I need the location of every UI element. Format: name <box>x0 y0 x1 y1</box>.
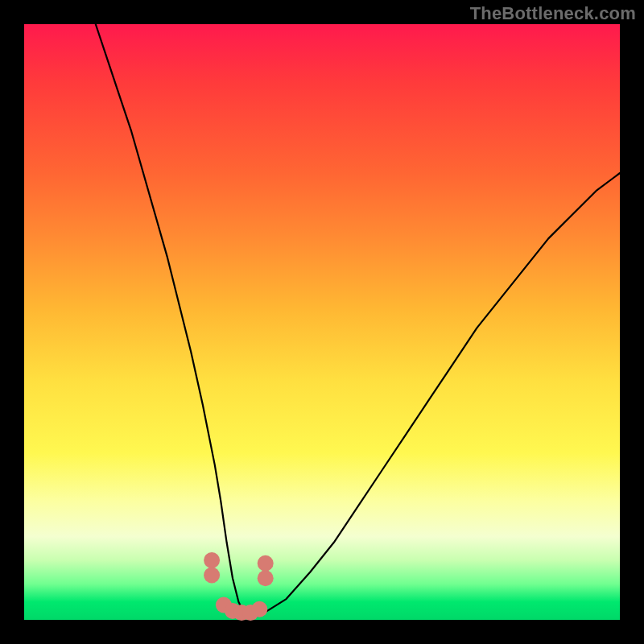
bottleneck-curve <box>96 24 620 617</box>
chart-stage: TheBottleneck.com <box>0 0 644 644</box>
highlight-dot <box>258 555 274 572</box>
plot-area <box>24 24 620 620</box>
watermark-text: TheBottleneck.com <box>470 3 636 24</box>
highlight-dot <box>204 552 220 568</box>
highlight-dot <box>251 601 267 617</box>
highlight-dot <box>258 570 274 586</box>
curve-svg <box>24 24 620 620</box>
highlight-dots <box>204 552 274 621</box>
highlight-dot <box>204 568 220 584</box>
